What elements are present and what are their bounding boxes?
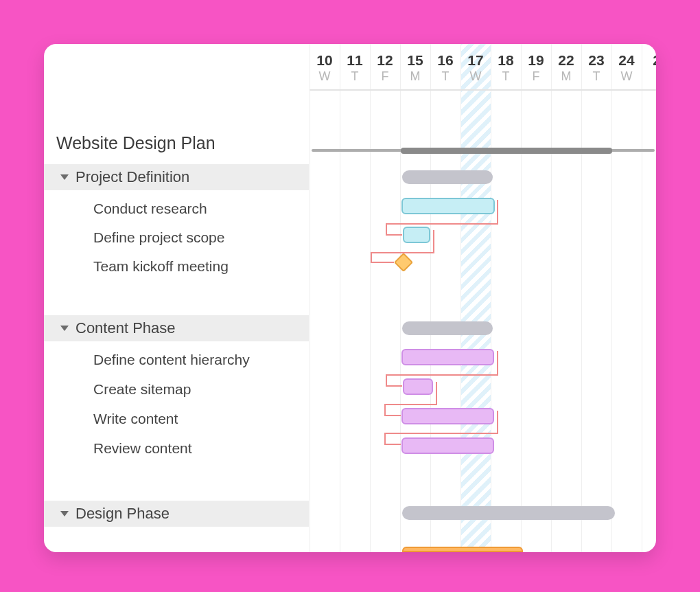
task-bar[interactable] xyxy=(403,378,433,395)
day-number: 15 xyxy=(400,52,430,69)
summary-bar[interactable] xyxy=(402,321,493,335)
task-row[interactable]: Define content hierarchy xyxy=(93,348,250,372)
timeline-day-column[interactable]: 15M xyxy=(400,44,430,89)
task-bar[interactable] xyxy=(402,547,523,552)
weekday-letter: W xyxy=(460,69,491,84)
timeline-day-column[interactable]: 23T xyxy=(581,44,611,89)
milestone-marker[interactable] xyxy=(394,253,413,272)
timeline-day-column[interactable]: 2 xyxy=(642,44,656,89)
day-number: 23 xyxy=(581,52,611,69)
task-bar[interactable] xyxy=(401,349,494,365)
chevron-down-icon xyxy=(60,326,69,331)
day-number: 10 xyxy=(310,52,340,69)
group-header-project-definition[interactable]: Project Definition xyxy=(44,164,309,190)
weekday-letter: F xyxy=(370,69,400,84)
weekday-letter: W xyxy=(611,69,642,84)
group-header-design-phase[interactable]: Design Phase xyxy=(44,501,309,527)
summary-bar[interactable] xyxy=(402,506,615,520)
group-title: Design Phase xyxy=(75,505,170,523)
timeline-gridlines xyxy=(310,44,656,552)
timeline-day-column[interactable]: 12F xyxy=(370,44,400,89)
group-header-content-phase[interactable]: Content Phase xyxy=(44,315,309,341)
day-number: 18 xyxy=(491,52,521,69)
day-number: 24 xyxy=(611,52,642,69)
task-row[interactable]: Review content xyxy=(93,436,192,461)
task-label: Write content xyxy=(93,411,178,427)
task-bar[interactable] xyxy=(401,437,494,454)
gantt-window: 10W11T12F15M16T17W18T19F22M23T24W2 Websi… xyxy=(44,44,656,552)
weekday-letter: T xyxy=(430,69,460,84)
task-label: Conduct research xyxy=(93,201,207,217)
task-label: Define project scope xyxy=(93,229,224,246)
timeline-day-column[interactable]: 11T xyxy=(340,44,370,89)
task-row[interactable]: Define project scope xyxy=(93,225,224,250)
task-label: Define content hierarchy xyxy=(93,352,250,368)
timeline-day-column[interactable]: 19F xyxy=(521,44,551,89)
task-row[interactable]: Team kickoff meeting xyxy=(93,254,229,279)
weekday-letter: M xyxy=(551,69,581,84)
day-number: 11 xyxy=(340,52,370,69)
task-row[interactable]: Create sitemap xyxy=(93,377,191,402)
day-number: 19 xyxy=(521,52,551,69)
task-bar[interactable] xyxy=(401,198,495,214)
day-number: 16 xyxy=(430,52,460,69)
chevron-down-icon xyxy=(60,511,69,516)
timeline-day-column[interactable]: 10W xyxy=(310,44,340,89)
day-number: 17 xyxy=(460,52,491,69)
timeline-day-column[interactable]: 16T xyxy=(430,44,460,89)
group-title: Content Phase xyxy=(75,319,176,337)
project-summary-major xyxy=(401,148,612,154)
timeline-day-column[interactable]: 18T xyxy=(491,44,521,89)
weekday-letter: W xyxy=(310,69,340,84)
weekday-letter: T xyxy=(581,69,611,84)
summary-bar[interactable] xyxy=(402,170,493,184)
project-title: Website Design Plan xyxy=(56,133,215,153)
task-label: Create sitemap xyxy=(93,381,191,398)
weekday-letter: T xyxy=(491,69,521,84)
day-number: 2 xyxy=(642,52,656,69)
weekday-letter: F xyxy=(521,69,551,84)
day-number: 12 xyxy=(370,52,400,69)
timeline-day-column[interactable]: 17W xyxy=(460,44,491,89)
timeline-header: 10W11T12F15M16T17W18T19F22M23T24W2 xyxy=(310,44,656,91)
task-bar[interactable] xyxy=(401,408,494,424)
task-row[interactable]: Conduct research xyxy=(93,196,207,221)
timeline-day-column[interactable]: 22M xyxy=(551,44,581,89)
weekday-letter: T xyxy=(340,69,370,84)
task-bar[interactable] xyxy=(403,227,430,243)
day-number: 22 xyxy=(551,52,581,69)
timeline-day-column[interactable]: 24W xyxy=(611,44,642,89)
task-row[interactable]: Write content xyxy=(93,407,178,431)
weekday-letter: M xyxy=(400,69,430,84)
task-label: Team kickoff meeting xyxy=(93,258,229,275)
chevron-down-icon xyxy=(60,174,69,180)
task-label: Review content xyxy=(93,440,192,457)
group-title: Project Definition xyxy=(75,168,189,186)
